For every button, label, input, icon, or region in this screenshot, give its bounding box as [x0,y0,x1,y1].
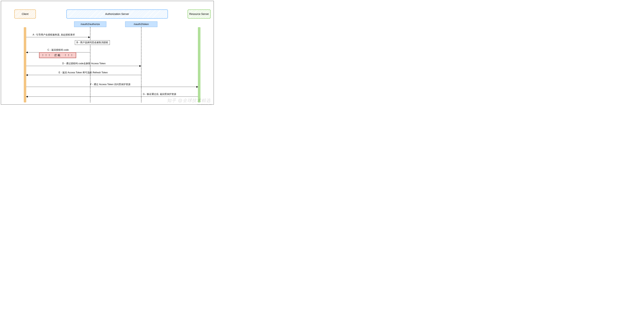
label-msg-a: A - 引导用户去授权服务器, 发起授权请求 [32,33,75,36]
label-msg-f: F - 通过 Access Token 访问受保护资源 [90,83,130,86]
endpoint-token: /oauth2/token [125,21,157,27]
intercept-box: ！！！ 拦截 ！！！ [39,52,76,58]
arrow-msg-e [26,75,141,75]
diagram-frame: Client Authorization Server Resource Ser… [1,1,214,105]
lifeline-token [141,27,142,102]
lifeline-client [24,27,26,102]
endpoint-authorize: /oauth2/authorize [74,21,106,27]
label-msg-e: E - 返回 Access Token 和可选的 Refresh Token [59,71,108,74]
label-msg-d: D - 通过授权码 code去换取 Access Token [62,62,106,65]
credit-text: CSDN @semicolon_hello [197,104,212,105]
participant-client: Client [14,9,36,18]
label-msg-c: C - 返回授权码 code [48,48,69,52]
watermark: 知乎 @全球技术精选 [167,98,211,104]
participant-auth-server: Authorization Server [66,9,168,18]
lifeline-resource-server [198,27,200,102]
label-msg-g: G - 验证通过后, 返回受保护资源 [143,93,176,96]
participant-resource-server: Resource Server [188,9,210,18]
label-msg-b: B - 用户选择同意或者取消授权 [75,40,110,45]
